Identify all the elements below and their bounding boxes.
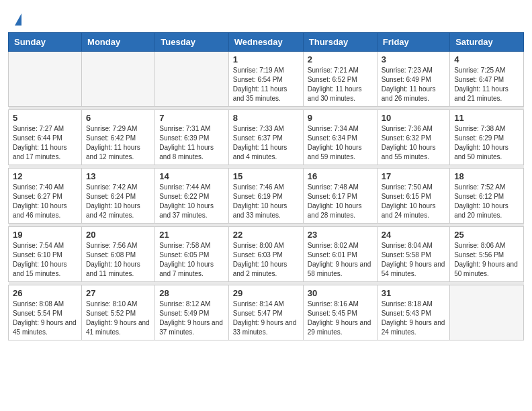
day-number: 26 [13, 288, 77, 298]
day-info: Sunrise: 8:16 AMSunset: 5:45 PMDaylight:… [308, 300, 373, 337]
day-number: 31 [382, 288, 445, 298]
calendar-cell: 2Sunrise: 7:21 AMSunset: 6:52 PMDaylight… [303, 52, 377, 107]
day-info: Sunrise: 7:52 AMSunset: 6:12 PMDaylight:… [454, 183, 519, 220]
day-number: 27 [86, 288, 150, 298]
calendar-cell [450, 285, 524, 340]
day-info: Sunrise: 7:48 AMSunset: 6:17 PMDaylight:… [308, 183, 373, 220]
day-info: Sunrise: 8:10 AMSunset: 5:52 PMDaylight:… [86, 300, 150, 337]
calendar-cell: 19Sunrise: 7:54 AMSunset: 6:10 PMDayligh… [9, 227, 82, 282]
calendar-cell [9, 52, 82, 107]
calendar-cell: 15Sunrise: 7:46 AMSunset: 6:19 PMDayligh… [228, 169, 303, 224]
calendar-cell: 7Sunrise: 7:31 AMSunset: 6:39 PMDaylight… [155, 110, 228, 165]
day-number: 30 [308, 288, 373, 298]
calendar-cell: 1Sunrise: 7:19 AMSunset: 6:54 PMDaylight… [228, 52, 303, 107]
day-info: Sunrise: 8:06 AMSunset: 5:56 PMDaylight:… [454, 241, 519, 279]
calendar-cell: 17Sunrise: 7:50 AMSunset: 6:15 PMDayligh… [377, 169, 449, 224]
calendar-cell: 24Sunrise: 8:04 AMSunset: 5:58 PMDayligh… [377, 227, 449, 282]
day-info: Sunrise: 8:08 AMSunset: 5:54 PMDaylight:… [13, 300, 77, 337]
weekday-header-wednesday: Wednesday [228, 33, 303, 52]
calendar-cell: 14Sunrise: 7:44 AMSunset: 6:22 PMDayligh… [155, 169, 228, 224]
weekday-header-tuesday: Tuesday [155, 33, 228, 52]
day-number: 16 [308, 171, 373, 181]
calendar-cell: 12Sunrise: 7:40 AMSunset: 6:27 PMDayligh… [9, 169, 82, 224]
day-info: Sunrise: 7:33 AMSunset: 6:37 PMDaylight:… [233, 124, 299, 162]
day-info: Sunrise: 8:14 AMSunset: 5:47 PMDaylight:… [233, 300, 299, 337]
day-number: 6 [86, 113, 150, 123]
calendar-cell: 25Sunrise: 8:06 AMSunset: 5:56 PMDayligh… [450, 227, 524, 282]
weekday-header-friday: Friday [377, 33, 449, 52]
day-number: 3 [382, 54, 445, 64]
day-info: Sunrise: 7:42 AMSunset: 6:24 PMDaylight:… [86, 183, 150, 220]
day-info: Sunrise: 8:18 AMSunset: 5:43 PMDaylight:… [382, 300, 445, 337]
calendar-week-row: 5Sunrise: 7:27 AMSunset: 6:44 PMDaylight… [9, 110, 524, 165]
calendar-cell: 27Sunrise: 8:10 AMSunset: 5:52 PMDayligh… [82, 285, 155, 340]
day-number: 22 [233, 230, 299, 240]
day-number: 18 [454, 171, 519, 181]
calendar-cell: 20Sunrise: 7:56 AMSunset: 6:08 PMDayligh… [82, 227, 155, 282]
day-number: 12 [13, 171, 77, 181]
day-info: Sunrise: 7:23 AMSunset: 6:49 PMDaylight:… [382, 66, 445, 103]
day-info: Sunrise: 7:29 AMSunset: 6:42 PMDaylight:… [86, 124, 150, 162]
weekday-header-sunday: Sunday [9, 33, 82, 52]
weekday-header-saturday: Saturday [450, 33, 524, 52]
day-number: 5 [13, 113, 77, 123]
day-number: 10 [382, 113, 445, 123]
day-number: 4 [454, 54, 519, 64]
day-number: 21 [159, 230, 224, 240]
calendar-cell [82, 52, 155, 107]
calendar-week-row: 19Sunrise: 7:54 AMSunset: 6:10 PMDayligh… [9, 227, 524, 282]
calendar-cell: 16Sunrise: 7:48 AMSunset: 6:17 PMDayligh… [303, 169, 377, 224]
day-number: 17 [382, 171, 445, 181]
day-number: 8 [233, 113, 299, 123]
day-number: 9 [308, 113, 373, 123]
calendar-week-row: 26Sunrise: 8:08 AMSunset: 5:54 PMDayligh… [9, 285, 524, 340]
day-number: 11 [454, 113, 519, 123]
day-number: 7 [159, 113, 224, 123]
calendar-cell: 21Sunrise: 7:58 AMSunset: 6:05 PMDayligh… [155, 227, 228, 282]
day-info: Sunrise: 7:27 AMSunset: 6:44 PMDaylight:… [13, 124, 77, 162]
day-info: Sunrise: 7:44 AMSunset: 6:22 PMDaylight:… [159, 183, 224, 220]
day-number: 23 [308, 230, 373, 240]
day-info: Sunrise: 7:19 AMSunset: 6:54 PMDaylight:… [233, 66, 299, 103]
weekday-header-monday: Monday [82, 33, 155, 52]
day-info: Sunrise: 7:31 AMSunset: 6:39 PMDaylight:… [159, 124, 224, 162]
day-number: 14 [159, 171, 224, 181]
day-info: Sunrise: 8:04 AMSunset: 5:58 PMDaylight:… [382, 241, 445, 279]
day-info: Sunrise: 7:56 AMSunset: 6:08 PMDaylight:… [86, 241, 150, 279]
calendar-cell [155, 52, 228, 107]
day-number: 15 [233, 171, 299, 181]
day-number: 25 [454, 230, 519, 240]
day-info: Sunrise: 7:21 AMSunset: 6:52 PMDaylight:… [308, 66, 373, 103]
day-info: Sunrise: 7:54 AMSunset: 6:10 PMDaylight:… [13, 241, 77, 279]
day-info: Sunrise: 8:02 AMSunset: 6:01 PMDaylight:… [308, 241, 373, 279]
day-number: 2 [308, 54, 373, 64]
day-info: Sunrise: 7:46 AMSunset: 6:19 PMDaylight:… [233, 183, 299, 220]
calendar-cell: 4Sunrise: 7:25 AMSunset: 6:47 PMDaylight… [450, 52, 524, 107]
calendar-cell: 22Sunrise: 8:00 AMSunset: 6:03 PMDayligh… [228, 227, 303, 282]
calendar-week-row: 12Sunrise: 7:40 AMSunset: 6:27 PMDayligh… [9, 169, 524, 224]
day-info: Sunrise: 8:12 AMSunset: 5:49 PMDaylight:… [159, 300, 224, 337]
calendar-cell: 5Sunrise: 7:27 AMSunset: 6:44 PMDaylight… [9, 110, 82, 165]
calendar-header: SundayMondayTuesdayWednesdayThursdayFrid… [9, 33, 524, 52]
day-number: 24 [382, 230, 445, 240]
calendar-cell: 6Sunrise: 7:29 AMSunset: 6:42 PMDaylight… [82, 110, 155, 165]
page: SundayMondayTuesdayWednesdayThursdayFrid… [0, 0, 532, 411]
weekday-header-row: SundayMondayTuesdayWednesdayThursdayFrid… [9, 33, 524, 52]
calendar-cell: 28Sunrise: 8:12 AMSunset: 5:49 PMDayligh… [155, 285, 228, 340]
day-info: Sunrise: 7:58 AMSunset: 6:05 PMDaylight:… [159, 241, 224, 279]
day-number: 20 [86, 230, 150, 240]
logo [13, 12, 21, 26]
day-number: 29 [233, 288, 299, 298]
calendar-cell: 10Sunrise: 7:36 AMSunset: 6:32 PMDayligh… [377, 110, 449, 165]
calendar-body: 1Sunrise: 7:19 AMSunset: 6:54 PMDaylight… [9, 52, 524, 340]
day-number: 1 [233, 54, 299, 64]
calendar-cell: 18Sunrise: 7:52 AMSunset: 6:12 PMDayligh… [450, 169, 524, 224]
day-info: Sunrise: 7:50 AMSunset: 6:15 PMDaylight:… [382, 183, 445, 220]
header [0, 0, 532, 32]
calendar-cell: 11Sunrise: 7:38 AMSunset: 6:29 PMDayligh… [450, 110, 524, 165]
calendar-week-row: 1Sunrise: 7:19 AMSunset: 6:54 PMDaylight… [9, 52, 524, 107]
weekday-header-thursday: Thursday [303, 33, 377, 52]
calendar-cell: 13Sunrise: 7:42 AMSunset: 6:24 PMDayligh… [82, 169, 155, 224]
calendar-table: SundayMondayTuesdayWednesdayThursdayFrid… [8, 32, 524, 340]
day-number: 28 [159, 288, 224, 298]
